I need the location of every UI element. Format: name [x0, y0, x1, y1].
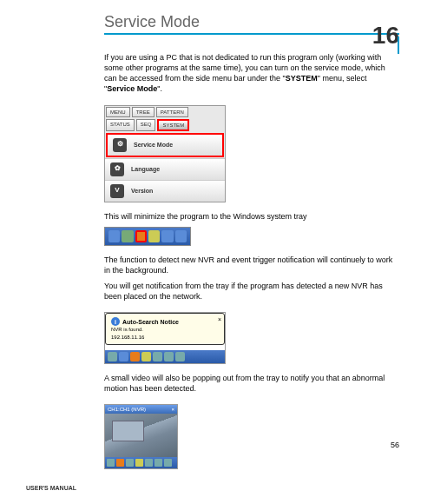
gear-icon: ⚙	[113, 138, 127, 152]
menu-tab: MENU	[106, 107, 130, 117]
screenshot-notification-balloon: × iAuto-Search Notice NVR is found. 192.…	[104, 312, 226, 363]
version-icon: V	[110, 184, 124, 198]
footer-label: USER'S MANUAL	[26, 485, 76, 491]
tray-bar	[105, 350, 225, 363]
divider	[398, 36, 399, 54]
screenshot-system-menu: MENU TREE PATTERN STATUS SEQ SYSTEM ⚙ Se…	[104, 105, 226, 202]
paragraph-notification: You will get notification from the tray …	[104, 281, 399, 302]
tray-bar	[105, 457, 177, 468]
page-title: Service Mode	[104, 13, 399, 31]
close-icon: ×	[171, 406, 174, 413]
menu-tab-system: SYSTEM	[157, 119, 189, 131]
tray-icon	[175, 230, 187, 242]
screenshot-video-popup: CH1:CH1 (NVR) ×	[104, 404, 178, 469]
menu-item-version: V Version	[105, 180, 225, 202]
video-titlebar: CH1:CH1 (NVR) ×	[105, 405, 177, 414]
menu-tab: TREE	[132, 107, 155, 117]
menu-item-language: ✿ Language	[105, 158, 225, 180]
menu-item-service-mode: ⚙ Service Mode	[106, 133, 224, 157]
paragraph-intro: If you are using a PC that is not dedica…	[104, 52, 399, 95]
paragraph-minimize: This will minimize the program to the Wi…	[104, 211, 399, 222]
chapter-number: 16	[372, 22, 399, 50]
content-body: If you are using a PC that is not dedica…	[104, 52, 399, 478]
tray-icon	[161, 230, 173, 242]
page-number: 56	[391, 441, 399, 449]
tray-icon	[148, 230, 160, 242]
paragraph-background: The function to detect new NVR and event…	[104, 255, 399, 275]
menu-tab: STATUS	[106, 119, 135, 131]
tray-icon	[122, 230, 133, 242]
balloon-tooltip: × iAuto-Search Notice NVR is found. 192.…	[105, 313, 225, 344]
info-icon: i	[111, 317, 120, 326]
menu-tab: PATTERN	[156, 107, 188, 117]
close-icon: ×	[218, 315, 221, 323]
screenshot-system-tray	[104, 227, 191, 246]
menu-tab: SEQ	[136, 119, 156, 131]
language-icon: ✿	[110, 162, 124, 176]
paragraph-video-popup: A small video will also be popping out f…	[104, 373, 399, 394]
video-frame	[105, 414, 177, 457]
tray-icon-program	[135, 230, 148, 242]
tray-icon	[108, 230, 120, 242]
